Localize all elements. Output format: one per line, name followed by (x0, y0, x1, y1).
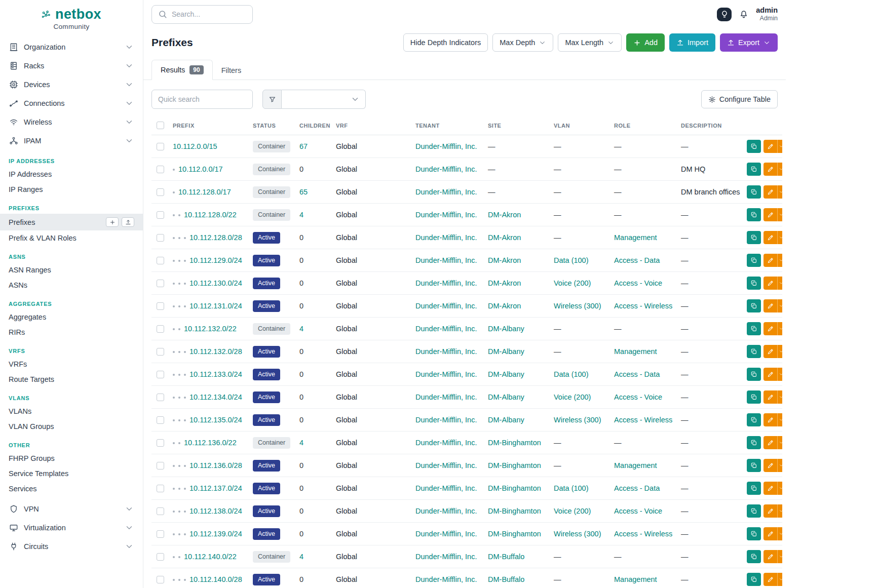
sidebar-item-ipam[interactable]: IPAM (0, 131, 143, 150)
prefix-link[interactable]: 10.112.132.0/28 (189, 347, 242, 356)
tenant-link[interactable]: Dunder-Mifflin, Inc. (415, 211, 477, 219)
edit-dropdown-button[interactable] (777, 459, 782, 472)
edit-dropdown-button[interactable] (777, 527, 782, 540)
sidebar-item-asns[interactable]: ASNs (0, 278, 143, 293)
copy-button[interactable] (747, 322, 761, 335)
role-link[interactable]: Access - Wireless (614, 416, 672, 424)
row-checkbox[interactable] (157, 211, 164, 219)
tenant-link[interactable]: Dunder-Mifflin, Inc. (415, 188, 477, 196)
user-menu[interactable]: admin Admin (756, 6, 778, 23)
prefix-link[interactable]: 10.112.134.0/24 (189, 393, 242, 401)
edit-button[interactable] (764, 413, 777, 426)
row-checkbox[interactable] (157, 530, 164, 538)
site-link[interactable]: DM-Buffalo (488, 553, 524, 561)
tenant-link[interactable]: Dunder-Mifflin, Inc. (415, 233, 477, 242)
tenant-link[interactable]: Dunder-Mifflin, Inc. (415, 439, 477, 447)
tenant-link[interactable]: Dunder-Mifflin, Inc. (415, 325, 477, 333)
tenant-link[interactable]: Dunder-Mifflin, Inc. (415, 461, 477, 469)
row-checkbox[interactable] (157, 348, 164, 356)
tenant-link[interactable]: Dunder-Mifflin, Inc. (415, 347, 477, 356)
sidebar-item-services[interactable]: Services (0, 481, 143, 496)
row-checkbox[interactable] (157, 188, 164, 196)
sidebar-item-aggregates[interactable]: Aggregates (0, 309, 143, 325)
prefix-link[interactable]: 10.112.140.0/28 (189, 575, 242, 583)
copy-button[interactable] (747, 299, 761, 312)
edit-dropdown-button[interactable] (777, 185, 782, 199)
row-checkbox[interactable] (157, 143, 164, 150)
edit-button[interactable] (764, 208, 777, 221)
select-all-checkbox[interactable] (157, 122, 164, 129)
edit-dropdown-button[interactable] (777, 277, 782, 290)
prefix-link[interactable]: 10.112.136.0/28 (189, 461, 242, 469)
edit-button[interactable] (764, 231, 777, 244)
sidebar-item-fhrp-groups[interactable]: FHRP Groups (0, 451, 143, 466)
saved-filter-select[interactable] (282, 90, 366, 109)
sidebar-item-asn-ranges[interactable]: ASN Ranges (0, 262, 143, 278)
copy-button[interactable] (747, 277, 761, 290)
column-header-role[interactable]: ROLE (610, 116, 677, 135)
tenant-link[interactable]: Dunder-Mifflin, Inc. (415, 302, 477, 310)
tenant-link[interactable]: Dunder-Mifflin, Inc. (415, 165, 477, 173)
copy-button[interactable] (747, 140, 761, 153)
sidebar-item-route-targets[interactable]: Route Targets (0, 372, 143, 387)
global-search[interactable] (151, 5, 253, 24)
copy-button[interactable] (747, 208, 761, 221)
tenant-link[interactable]: Dunder-Mifflin, Inc. (415, 393, 477, 401)
logo[interactable]: netbox Community (0, 0, 143, 32)
edit-dropdown-button[interactable] (777, 345, 782, 358)
site-link[interactable]: DM-Albany (488, 393, 524, 401)
role-link[interactable]: Access - Voice (614, 393, 662, 401)
role-link[interactable]: Access - Data (614, 256, 660, 264)
sidebar-item-prefix-vlan-roles[interactable]: Prefix & VLAN Roles (0, 230, 143, 246)
sidebar-item-ip-ranges[interactable]: IP Ranges (0, 182, 143, 197)
add-button[interactable]: Add (626, 33, 665, 52)
edit-dropdown-button[interactable] (777, 163, 782, 176)
tenant-link[interactable]: Dunder-Mifflin, Inc. (415, 507, 477, 515)
edit-button[interactable] (764, 299, 777, 312)
prefix-link[interactable]: 10.112.128.0/17 (178, 188, 231, 196)
sidebar-item-vpn[interactable]: VPN (0, 499, 143, 518)
role-link[interactable]: Access - Wireless (614, 530, 672, 538)
row-checkbox[interactable] (157, 325, 164, 333)
edit-button[interactable] (764, 322, 777, 335)
row-checkbox[interactable] (157, 302, 164, 310)
sidebar-item-circuits[interactable]: Circuits (0, 537, 143, 556)
notifications-button[interactable] (739, 10, 748, 19)
role-link[interactable]: Access - Wireless (614, 302, 672, 310)
copy-button[interactable] (747, 231, 761, 244)
copy-button[interactable] (747, 413, 761, 426)
tenant-link[interactable]: Dunder-Mifflin, Inc. (415, 142, 477, 150)
prefix-link[interactable]: 10.112.131.0/24 (189, 302, 242, 310)
role-link[interactable]: Access - Data (614, 484, 660, 492)
role-link[interactable]: Access - Data (614, 370, 660, 378)
tenant-link[interactable]: Dunder-Mifflin, Inc. (415, 484, 477, 492)
prefix-link[interactable]: 10.112.128.0/22 (184, 211, 237, 219)
edit-button[interactable] (764, 550, 777, 563)
children-link[interactable]: 4 (299, 439, 303, 447)
prefix-link[interactable]: 10.112.136.0/22 (184, 439, 237, 447)
prefix-link[interactable]: 10.112.0.0/15 (173, 142, 217, 150)
sidebar-item-organization[interactable]: Organization (0, 37, 143, 56)
configure-table-button[interactable]: Configure Table (701, 90, 778, 108)
site-link[interactable]: DM-Binghamton (488, 530, 541, 538)
copy-button[interactable] (747, 527, 761, 540)
site-link[interactable]: DM-Buffalo (488, 575, 524, 583)
row-checkbox[interactable] (157, 394, 164, 401)
role-link[interactable]: Access - Voice (614, 507, 662, 515)
site-link[interactable]: DM-Akron (488, 302, 521, 310)
edit-button[interactable] (764, 368, 777, 381)
vlan-link[interactable]: Wireless (300) (554, 302, 601, 310)
sidebar-item-vlan-groups[interactable]: VLAN Groups (0, 419, 143, 434)
prefix-link[interactable]: 10.112.133.0/24 (189, 370, 242, 378)
edit-button[interactable] (764, 345, 777, 358)
edit-dropdown-button[interactable] (777, 390, 782, 404)
copy-button[interactable] (747, 254, 761, 267)
role-link[interactable]: Access - Voice (614, 279, 662, 287)
site-link[interactable]: DM-Albany (488, 347, 524, 356)
hide-depth-indicators-button[interactable]: Hide Depth Indicators (403, 33, 488, 52)
sidebar-item-service-templates[interactable]: Service Templates (0, 466, 143, 481)
column-header-tenant[interactable]: TENANT (411, 116, 484, 135)
edit-dropdown-button[interactable] (777, 573, 782, 586)
children-link[interactable]: 4 (299, 325, 303, 333)
copy-button[interactable] (747, 459, 761, 472)
